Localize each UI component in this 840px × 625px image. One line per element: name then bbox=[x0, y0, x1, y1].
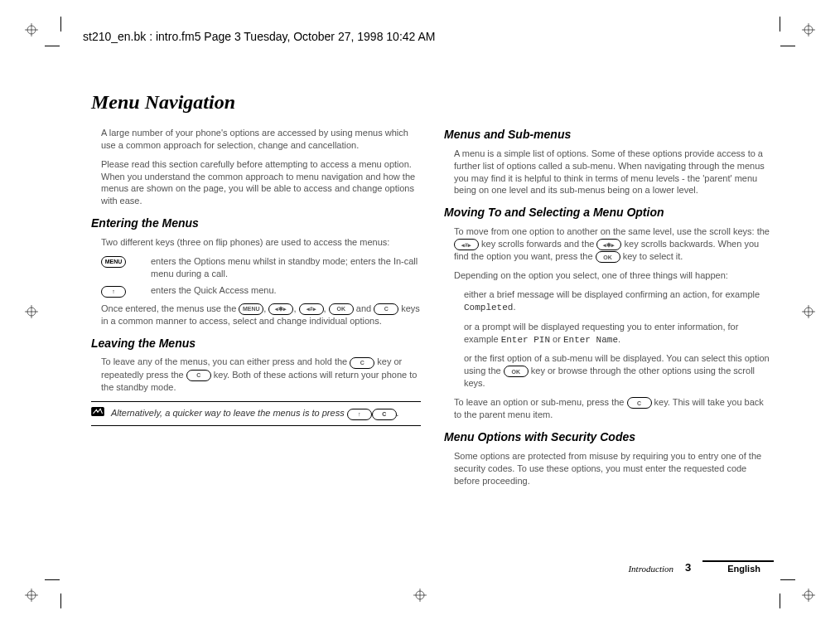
c-key-icon: C bbox=[627, 397, 652, 409]
note-icon bbox=[91, 407, 104, 416]
running-head: st210_en.bk : intro.fm5 Page 3 Tuesday, … bbox=[83, 30, 435, 43]
page-title: Menu Navigation bbox=[91, 91, 774, 114]
bullet-item: either a brief message will be displayed… bbox=[464, 288, 774, 314]
key-description: enters the Options menu whilst in standb… bbox=[151, 255, 421, 280]
example-enter-name: Enter Name bbox=[563, 335, 618, 345]
reg-mark-icon bbox=[802, 23, 815, 36]
intro-paragraph: Please read this section carefully befor… bbox=[101, 158, 421, 207]
heading-menus-submenus: Menus and Sub-menus bbox=[444, 127, 774, 143]
body-text: Once entered, the menus use the MENU, ◂✱… bbox=[101, 303, 421, 327]
key-description: enters the Quick Access menu. bbox=[151, 284, 421, 297]
bullet-item: or the first option of a sub-menu will b… bbox=[464, 352, 774, 390]
heading-moving-selecting: Moving To and Selecting a Menu Option bbox=[444, 205, 774, 220]
intro-paragraph: A large number of your phone's options a… bbox=[101, 127, 421, 152]
body-text: Depending on the option you select, one … bbox=[454, 269, 774, 282]
reg-mark-icon bbox=[802, 305, 815, 318]
body-text: To leave an option or sub-menu, press th… bbox=[454, 396, 774, 421]
c-key-icon: C bbox=[186, 370, 211, 381]
heading-leaving: Leaving the Menus bbox=[91, 336, 421, 351]
hash-key-icon: ◂#▸ bbox=[299, 303, 324, 315]
footer-language: English bbox=[702, 560, 774, 574]
body-text: To move from one option to another on th… bbox=[454, 225, 774, 263]
c-key-icon: C bbox=[374, 303, 398, 315]
svg-point-9 bbox=[804, 591, 813, 599]
note-text: Alternatively, a quicker way to leave th… bbox=[111, 407, 399, 419]
svg-point-15 bbox=[804, 308, 813, 316]
heading-security-codes: Menu Options with Security Codes bbox=[444, 429, 774, 445]
up-key-icon: ↑ bbox=[347, 409, 372, 420]
svg-point-0 bbox=[27, 26, 36, 34]
page-footer: Introduction 3 English bbox=[628, 560, 774, 574]
reg-mark-icon bbox=[25, 23, 38, 36]
svg-point-18 bbox=[416, 591, 424, 599]
body-text: Two different keys (three on flip phones… bbox=[101, 236, 421, 249]
menu-key-icon: MENU bbox=[101, 256, 126, 268]
body-text: A menu is a simple list of options. Some… bbox=[454, 148, 774, 196]
up-key-icon: ↑ bbox=[101, 286, 126, 298]
note-callout: Alternatively, a quicker way to leave th… bbox=[91, 401, 421, 425]
heading-entering: Entering the Menus bbox=[91, 216, 421, 231]
bullet-item: or a prompt will be displayed requesting… bbox=[464, 321, 774, 346]
key-definition-row: ↑ enters the Quick Access menu. bbox=[101, 284, 421, 297]
example-enter-pin: Enter PIN bbox=[501, 335, 550, 345]
ok-key-icon: OK bbox=[504, 366, 529, 377]
ok-key-icon: OK bbox=[596, 251, 620, 263]
hash-key-icon: ◂#▸ bbox=[454, 239, 479, 250]
menu-key-icon: MENU bbox=[239, 303, 263, 315]
footer-page-number: 3 bbox=[685, 561, 691, 574]
svg-point-6 bbox=[27, 591, 36, 599]
key-definition-row: MENU enters the Options menu whilst in s… bbox=[101, 255, 421, 280]
reg-mark-icon bbox=[802, 589, 815, 602]
footer-section: Introduction bbox=[628, 564, 673, 574]
reg-mark-icon bbox=[25, 305, 38, 318]
reg-mark-icon bbox=[25, 589, 38, 602]
reg-mark-icon bbox=[413, 589, 427, 602]
left-column: A large number of your phone's options a… bbox=[91, 127, 421, 494]
star-key-icon: ◂✱▸ bbox=[596, 239, 621, 250]
c-key-icon: C bbox=[350, 357, 374, 369]
ok-key-icon: OK bbox=[329, 303, 354, 315]
c-key-icon: C bbox=[372, 409, 397, 420]
page-content: Menu Navigation A large number of your p… bbox=[91, 91, 774, 559]
svg-point-3 bbox=[804, 26, 813, 34]
svg-point-12 bbox=[27, 308, 36, 316]
star-key-icon: ◂✱▸ bbox=[268, 303, 293, 315]
example-completed: Completed bbox=[464, 303, 513, 312]
body-text: Some options are protected from misuse b… bbox=[454, 450, 774, 487]
body-text: To leave any of the menus, you can eithe… bbox=[101, 356, 421, 393]
right-column: Menus and Sub-menus A menu is a simple l… bbox=[444, 127, 774, 494]
